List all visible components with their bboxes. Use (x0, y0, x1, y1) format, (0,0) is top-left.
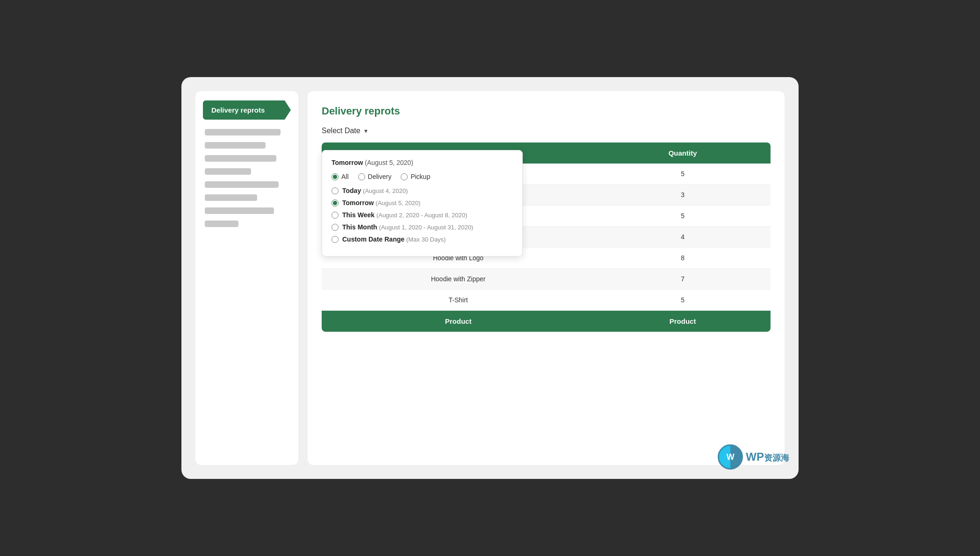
date-option-custom[interactable]: Custom Date Range (Max 30 Days) (331, 235, 513, 243)
date-today-label: Today (August 4, 2020) (342, 187, 408, 194)
filter-radios: All Delivery Pickup (331, 173, 513, 180)
chevron-down-icon: ▾ (364, 127, 368, 135)
table-row: T-Shirt 5 (322, 290, 771, 311)
date-option-this-month[interactable]: This Month (August 1, 2020 - August 31, … (331, 223, 513, 231)
date-option-tomorrow[interactable]: Tomorrow (August 5, 2020) (331, 199, 513, 207)
sidebar-placeholder-1 (205, 129, 281, 135)
cell-product: T-Shirt (322, 290, 595, 311)
sidebar: Delivery reprots (195, 91, 298, 465)
table-row: Hoodie with Zipper 7 (322, 269, 771, 290)
select-date-row[interactable]: Select Date ▾ Tomorrow (August 5, 2020) … (322, 127, 771, 135)
table-footer-row: Product Product (322, 311, 771, 332)
date-dropdown-panel: Tomorrow (August 5, 2020) All Delivery P… (322, 150, 523, 257)
cell-quantity: 3 (595, 185, 771, 206)
sidebar-placeholder-items (203, 129, 291, 227)
date-today-radio[interactable] (331, 187, 339, 194)
cell-quantity: 7 (595, 269, 771, 290)
page-title: Delivery reprots (322, 105, 771, 117)
cell-product: Hoodie with Zipper (322, 269, 595, 290)
date-tomorrow-label: Tomorrow (August 5, 2020) (342, 199, 420, 207)
date-option-today[interactable]: Today (August 4, 2020) (331, 187, 513, 194)
filter-all-label: All (341, 173, 349, 180)
date-this-week-radio[interactable] (331, 212, 339, 219)
sidebar-placeholder-4 (205, 168, 251, 175)
sidebar-placeholder-2 (205, 142, 266, 149)
screen-container: Delivery reprots Delivery reprots Select… (181, 77, 799, 479)
filter-delivery-input[interactable] (358, 173, 365, 180)
main-content: Delivery reprots Select Date ▾ Tomorrow … (308, 91, 785, 465)
cell-quantity: 5 (595, 206, 771, 227)
watermark: W WP资源海 (718, 444, 789, 470)
sidebar-nav-label: Delivery reprots (211, 106, 265, 114)
sidebar-placeholder-8 (205, 221, 238, 227)
dropdown-selected-label: Tomorrow (331, 159, 363, 166)
date-this-week-label: This Week (August 2, 2020 - August 8, 20… (342, 211, 467, 219)
date-this-month-label: This Month (August 1, 2020 - August 31, … (342, 223, 473, 231)
date-tomorrow-radio[interactable] (331, 200, 339, 207)
filter-pickup-input[interactable] (401, 173, 408, 180)
sidebar-placeholder-5 (205, 181, 279, 188)
footer-col-quantity: Product (595, 311, 771, 332)
sidebar-nav-delivery[interactable]: Delivery reprots (203, 100, 291, 120)
col-quantity-header: Quantity (595, 143, 771, 164)
cell-quantity: 5 (595, 290, 771, 311)
dropdown-selected-date: (August 5, 2020) (365, 159, 413, 166)
cell-quantity: 4 (595, 227, 771, 248)
wp-logo-letter: W (727, 452, 735, 462)
sidebar-placeholder-7 (205, 207, 274, 214)
filter-delivery-label: Delivery (368, 173, 392, 180)
cell-quantity: 5 (595, 164, 771, 185)
watermark-main-text: WP资源海 (746, 450, 789, 463)
filter-all-input[interactable] (331, 173, 339, 180)
date-custom-label: Custom Date Range (Max 30 Days) (342, 235, 446, 243)
filter-delivery[interactable]: Delivery (358, 173, 392, 180)
dropdown-header: Tomorrow (August 5, 2020) (331, 159, 513, 166)
watermark-chinese: 资源海 (764, 453, 789, 463)
filter-pickup[interactable]: Pickup (401, 173, 430, 180)
select-date-label: Select Date (322, 127, 360, 135)
filter-pickup-label: Pickup (411, 173, 430, 180)
sidebar-placeholder-3 (205, 155, 276, 162)
cell-quantity: 8 (595, 248, 771, 269)
date-custom-radio[interactable] (331, 236, 339, 243)
filter-all[interactable]: All (331, 173, 349, 180)
date-option-this-week[interactable]: This Week (August 2, 2020 - August 8, 20… (331, 211, 513, 219)
watermark-text-block: WP资源海 (746, 450, 789, 463)
sidebar-placeholder-6 (205, 194, 257, 201)
wp-logo-circle: W (718, 444, 743, 470)
footer-col-product: Product (322, 311, 595, 332)
date-this-month-radio[interactable] (331, 224, 339, 231)
